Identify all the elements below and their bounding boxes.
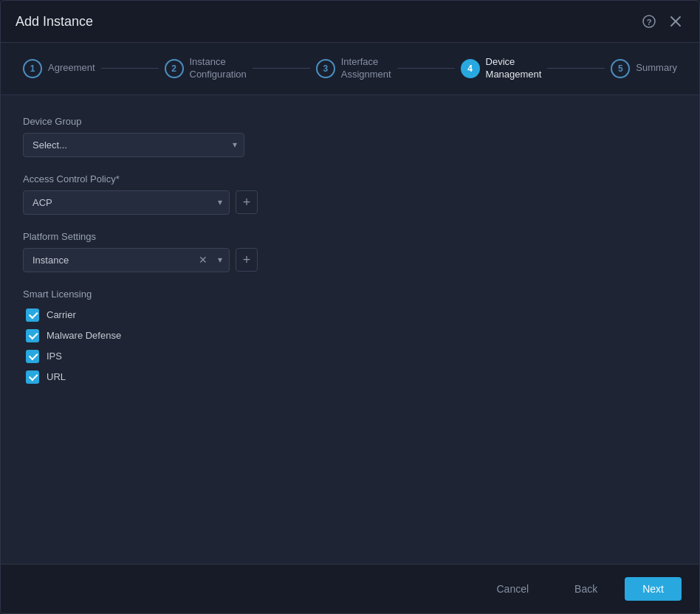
help-button[interactable]: ? <box>640 13 658 30</box>
acp-group: Access Control Policy* ACP ▾ + <box>23 173 677 215</box>
device-group-group: Device Group Select... ▾ <box>23 116 677 157</box>
modal-header: Add Instance ? <box>1 1 699 43</box>
checkbox-carrier-visual <box>26 308 39 322</box>
step-2: 2 InstanceConfiguration <box>165 56 247 81</box>
smart-licensing-group: Smart Licensing Carrier Malware Defense … <box>23 289 677 384</box>
step-3: 3 InterfaceAssignment <box>316 56 391 81</box>
checkbox-ips[interactable]: IPS <box>26 350 677 363</box>
modal-title: Add Instance <box>16 14 93 30</box>
step-1-circle: 1 <box>23 59 42 78</box>
device-group-select-wrapper: Select... ▾ <box>23 133 244 157</box>
step-2-circle: 2 <box>165 59 184 78</box>
platform-settings-add-button[interactable]: + <box>236 248 258 272</box>
svg-text:?: ? <box>647 18 652 27</box>
step-3-circle: 3 <box>316 59 335 78</box>
acp-select-wrapper: ACP ▾ <box>23 190 230 215</box>
platform-settings-clear-button[interactable]: ✕ <box>199 254 207 266</box>
platform-settings-clear-icon: ✕ <box>199 254 207 266</box>
platform-settings-select-wrapper: Instance ✕ ▾ <box>23 248 230 272</box>
connector-4-5 <box>547 68 605 69</box>
checkbox-malware[interactable]: Malware Defense <box>26 329 677 342</box>
device-group-label: Device Group <box>23 116 677 127</box>
step-5: 5 Summary <box>611 59 677 78</box>
step-1: 1 Agreement <box>23 59 95 78</box>
connector-1-2 <box>101 68 159 69</box>
cancel-button[interactable]: Cancel <box>478 576 547 601</box>
checkbox-url-visual <box>26 370 39 384</box>
smart-licensing-checkboxes: Carrier Malware Defense IPS URL <box>26 308 677 384</box>
checkbox-url-label: URL <box>47 371 66 382</box>
platform-settings-group: Platform Settings Instance ✕ ▾ + <box>23 231 677 272</box>
acp-label: Access Control Policy* <box>23 173 677 184</box>
add-instance-modal: Add Instance ? 1 Agreement <box>0 0 700 614</box>
checkbox-ips-label: IPS <box>47 351 62 362</box>
header-icons: ? <box>640 13 684 30</box>
connector-3-4 <box>397 68 455 69</box>
step-1-label: Agreement <box>48 62 95 75</box>
smart-licensing-label: Smart Licensing <box>23 289 677 300</box>
step-4-label: DeviceManagement <box>486 56 542 81</box>
modal-footer: Cancel Back Next <box>1 564 699 613</box>
platform-settings-add-icon: + <box>243 252 251 268</box>
step-2-label: InstanceConfiguration <box>190 56 247 81</box>
device-group-select[interactable]: Select... <box>23 133 244 157</box>
next-button[interactable]: Next <box>625 577 682 601</box>
step-4-circle: 4 <box>461 59 480 78</box>
checkbox-malware-label: Malware Defense <box>47 330 121 341</box>
checkbox-ips-visual <box>26 350 39 363</box>
back-button[interactable]: Back <box>556 576 616 601</box>
connector-2-3 <box>253 68 310 69</box>
checkbox-url[interactable]: URL <box>26 370 677 384</box>
close-button[interactable] <box>667 13 684 30</box>
acp-add-button[interactable]: + <box>236 190 258 214</box>
platform-settings-label: Platform Settings <box>23 231 677 242</box>
acp-select[interactable]: ACP <box>23 190 230 215</box>
acp-add-icon: + <box>243 195 251 210</box>
acp-select-row: ACP ▾ + <box>23 190 677 215</box>
checkbox-malware-visual <box>26 329 39 342</box>
stepper: 1 Agreement 2 InstanceConfiguration 3 In… <box>1 43 699 95</box>
step-5-label: Summary <box>636 62 677 75</box>
checkbox-carrier[interactable]: Carrier <box>26 308 677 322</box>
platform-settings-select-row: Instance ✕ ▾ + <box>23 248 677 272</box>
modal-content: Device Group Select... ▾ Access Control … <box>1 95 699 564</box>
step-3-label: InterfaceAssignment <box>341 56 391 81</box>
step-5-circle: 5 <box>611 59 630 78</box>
step-4: 4 DeviceManagement <box>461 56 542 81</box>
checkbox-carrier-label: Carrier <box>47 309 76 320</box>
